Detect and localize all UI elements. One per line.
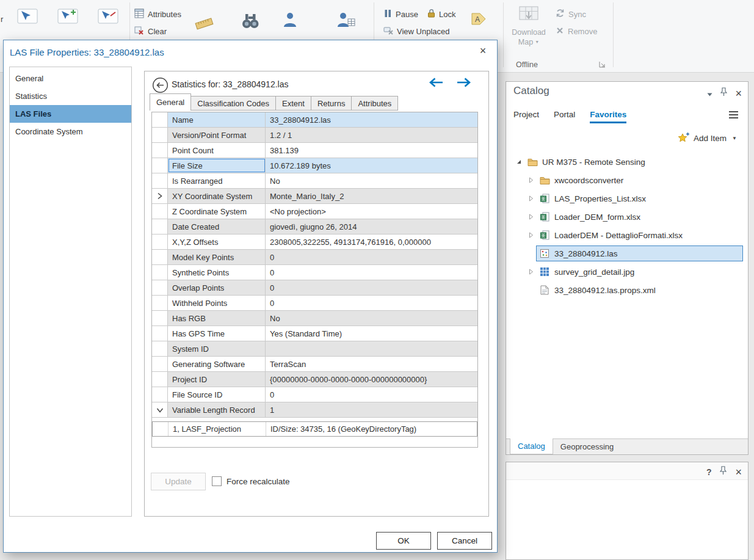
catalog-bottom-tab[interactable]: Geoprocessing <box>553 439 621 454</box>
row-expander-icon[interactable] <box>152 357 168 371</box>
property-row[interactable]: Date Created giovedì, giugno 26, 2014 <box>152 219 477 235</box>
vlr-sub-row[interactable]: 1, LASF_Projection ID/Size: 34735, 16 (G… <box>152 421 477 437</box>
stats-tab[interactable]: Extent <box>275 96 311 111</box>
row-expander-icon[interactable] <box>152 326 168 341</box>
add-item-button[interactable]: Add Item ▼ <box>677 132 737 145</box>
tree-expander-icon[interactable] <box>526 269 536 275</box>
close-icon[interactable]: × <box>735 89 742 98</box>
download-map-button[interactable]: Download Map▼ <box>510 4 547 47</box>
row-expander-icon[interactable] <box>152 341 168 356</box>
lock-button[interactable]: Lock <box>427 7 455 21</box>
row-expander-icon[interactable] <box>152 372 168 387</box>
previous-arrow-button[interactable] <box>427 77 444 88</box>
property-row[interactable]: Withheld Points 0 <box>152 296 477 311</box>
property-row[interactable]: Is Rearranged No <box>152 173 477 189</box>
pause-button[interactable]: Pause <box>383 7 418 21</box>
locate-button[interactable] <box>241 12 260 32</box>
row-expander-icon[interactable] <box>152 280 168 295</box>
row-expander-icon[interactable] <box>152 311 168 325</box>
chevron-down-icon[interactable] <box>707 88 712 99</box>
stats-tab[interactable]: Returns <box>311 96 352 111</box>
row-expander-icon[interactable] <box>152 235 168 249</box>
dialog-launcher-icon[interactable] <box>599 61 606 68</box>
property-row[interactable]: Has RGB No <box>152 311 477 326</box>
sync-button[interactable]: Sync <box>556 7 586 21</box>
clear-button[interactable]: Clear <box>134 24 167 38</box>
remove-button[interactable]: Remove <box>556 24 597 38</box>
catalog-tree-item[interactable]: LoaderDEM - DettaglioFormati.xlsx <box>506 226 748 244</box>
row-expander-icon[interactable] <box>152 250 168 264</box>
property-row[interactable]: Point Count 381.139 <box>152 143 477 158</box>
catalog-tab[interactable]: Portal <box>554 110 575 123</box>
catalog-tree-item[interactable]: xwcoordsconverter <box>506 171 748 189</box>
catalog-tab[interactable]: Favorites <box>590 110 626 123</box>
tree-expander-icon[interactable] <box>526 195 536 202</box>
dialog-nav-item[interactable]: Coordinate System <box>10 123 131 140</box>
tree-item-box[interactable]: LAS_Properties_List.xlsx <box>536 191 743 206</box>
map-select-tool-2-button[interactable] <box>55 2 81 32</box>
row-expander-icon[interactable] <box>152 387 168 402</box>
property-row[interactable]: Name 33_28804912.las <box>152 112 477 128</box>
update-button[interactable]: Update <box>151 473 206 490</box>
tree-item-box[interactable]: LoaderDEM - DettaglioFormati.xlsx <box>536 227 743 243</box>
dialog-nav-item[interactable]: LAS Files <box>10 105 131 123</box>
attributes-button[interactable]: Attributes <box>134 7 181 21</box>
row-expander-icon[interactable] <box>152 143 168 158</box>
row-expander-icon[interactable] <box>152 189 168 203</box>
catalog-tree-item[interactable]: survey_grid_detail.jpg <box>506 263 748 281</box>
label-button[interactable]: A <box>470 11 487 29</box>
catalog-bottom-tab[interactable]: Catalog <box>510 438 553 454</box>
catalog-tree-item[interactable]: 33_28804912.las <box>506 244 748 263</box>
tree-item-box[interactable]: survey_grid_detail.jpg <box>536 264 743 280</box>
row-expander-icon[interactable] <box>152 158 168 173</box>
close-icon[interactable]: × <box>735 467 742 477</box>
catalog-tree-item[interactable]: LAS_Properties_List.xlsx <box>506 189 748 208</box>
property-row[interactable]: Generating Software TerraScan <box>152 357 477 372</box>
cancel-button[interactable]: Cancel <box>437 532 492 550</box>
property-row[interactable]: File Source ID 0 <box>152 387 477 402</box>
catalog-tab[interactable]: Project <box>513 110 539 123</box>
property-row[interactable]: Synthetic Points 0 <box>152 265 477 280</box>
map-select-tool-3-button[interactable] <box>95 2 121 32</box>
tree-item-box[interactable]: 33_28804912.las.props.xml <box>536 282 743 298</box>
tree-item-box[interactable]: xwcoordsconverter <box>536 172 743 188</box>
force-recalculate-checkbox[interactable] <box>212 476 222 486</box>
catalog-tree-item[interactable]: Loader_DEM_form.xlsx <box>506 208 748 226</box>
row-expander-icon[interactable] <box>152 173 168 188</box>
back-button[interactable] <box>152 77 169 93</box>
property-row[interactable]: Z Coordinate System <No projection> <box>152 204 477 219</box>
pin-icon[interactable] <box>720 466 727 478</box>
tree-item-box[interactable]: Loader_DEM_form.xlsx <box>536 209 743 225</box>
catalog-tree-item[interactable]: UR M375 - Remote Sensing <box>506 153 748 171</box>
stats-tab[interactable]: General <box>150 93 191 111</box>
dialog-nav-item[interactable]: Statistics <box>10 87 131 105</box>
property-row[interactable]: Overlap Points 0 <box>152 280 477 296</box>
tree-item-box[interactable]: UR M375 - Remote Sensing <box>524 154 743 170</box>
person-tool-2-button[interactable] <box>337 11 355 31</box>
row-expander-icon[interactable] <box>152 296 168 310</box>
close-icon[interactable]: × <box>476 45 490 57</box>
dialog-nav-item[interactable]: General <box>10 70 131 87</box>
next-arrow-button[interactable] <box>455 77 473 88</box>
row-expander-icon[interactable] <box>152 112 168 127</box>
help-icon[interactable]: ? <box>706 467 712 477</box>
catalog-tree-item[interactable]: 33_28804912.las.props.xml <box>506 281 748 299</box>
tree-item-box[interactable]: 33_28804912.las <box>536 245 743 261</box>
map-select-tool-1-button[interactable] <box>15 2 40 32</box>
property-row[interactable]: Version/Point Format 1.2 / 1 <box>152 128 477 143</box>
tree-expander-icon[interactable] <box>513 159 524 165</box>
stats-tab[interactable]: Classification Codes <box>190 96 276 111</box>
row-expander-icon[interactable] <box>152 204 168 219</box>
measure-button[interactable] <box>194 16 214 34</box>
row-expander-icon[interactable] <box>152 219 168 234</box>
pin-icon[interactable] <box>720 87 727 99</box>
tree-expander-icon[interactable] <box>526 177 536 183</box>
row-expander-icon[interactable] <box>152 402 168 417</box>
row-expander-icon[interactable] <box>152 128 168 142</box>
tree-expander-icon[interactable] <box>526 214 536 220</box>
property-row[interactable]: Model Key Points 0 <box>152 250 477 265</box>
row-expander-icon[interactable] <box>152 265 168 280</box>
property-row[interactable]: X,Y,Z Offsets 2308005,322255, 4913174,76… <box>152 235 477 250</box>
property-row[interactable]: Variable Length Record 1 <box>152 402 477 418</box>
person-tool-1-button[interactable] <box>282 11 298 31</box>
